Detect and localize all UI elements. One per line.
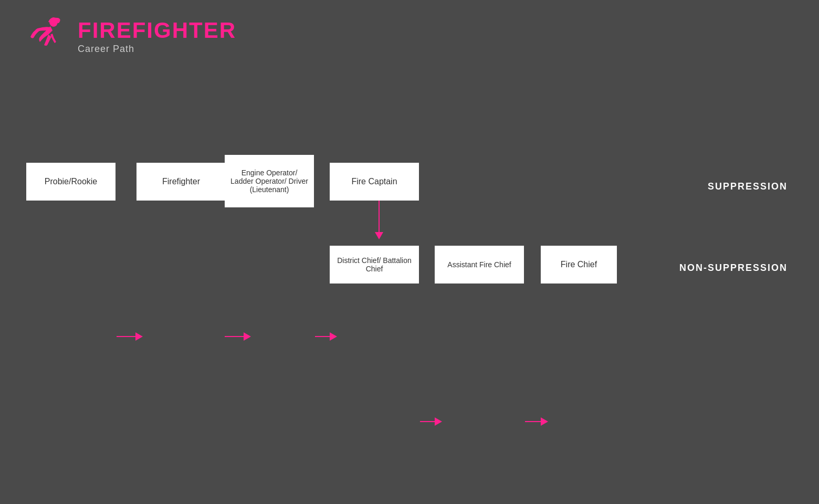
arrow-engine-to-captain: [315, 332, 337, 341]
suppression-label: SUPPRESSION: [708, 181, 788, 192]
header-text-block: FIREFIGHTER Career Path: [78, 19, 236, 55]
arrow-probie-to-firefighter: [117, 332, 143, 341]
district-chief-box: District Chief/ Battalion Chief: [330, 246, 419, 284]
arrow-assistant-to-chief: [525, 417, 548, 426]
arrow-district-to-assistant: [420, 417, 442, 426]
non-suppression-label: NON-SUPPRESSION: [679, 262, 788, 274]
probie-rookie-box: Probie/Rookie: [26, 163, 116, 201]
header-subtitle: Career Path: [78, 44, 236, 55]
assistant-fire-chief-box: Assistant Fire Chief: [435, 246, 524, 284]
fire-captain-box: Fire Captain: [330, 163, 419, 201]
firefighter-box: Firefighter: [136, 163, 226, 201]
header-title: FIREFIGHTER: [78, 19, 236, 41]
fire-chief-box: Fire Chief: [541, 246, 617, 284]
arrow-captain-to-district: [374, 201, 384, 246]
arrow-firefighter-to-engine: [227, 332, 251, 341]
engine-operator-box: Engine Operator/ Ladder Operator/ Driver…: [225, 155, 314, 207]
header: FIREFIGHTER Career Path: [26, 16, 236, 58]
firefighter-logo-icon: [26, 16, 68, 58]
